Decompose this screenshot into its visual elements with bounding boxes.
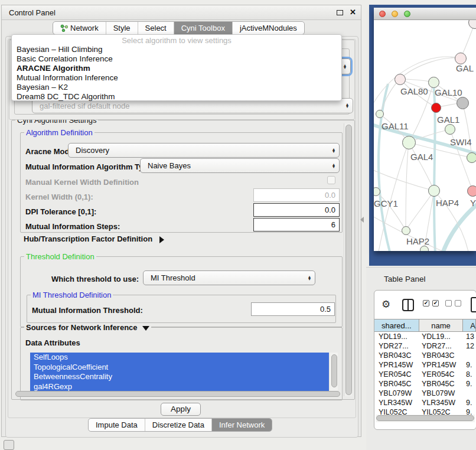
- tab-jactivemnodules[interactable]: jActiveMNodules: [232, 22, 304, 34]
- table-cell: YBR043C: [374, 351, 420, 360]
- threshold-definition-title: Threshold Definition: [24, 252, 96, 261]
- graph-node[interactable]: [374, 187, 380, 196]
- column-header-shared-name[interactable]: shared...: [374, 319, 419, 331]
- table-row[interactable]: YBR043CYBR043C: [374, 351, 476, 360]
- dropdown-item-mutual-information[interactable]: Mutual Information Inference: [12, 73, 341, 83]
- apply-button[interactable]: Apply: [161, 403, 201, 416]
- graph-node[interactable]: [457, 97, 469, 109]
- mi-type-combobox[interactable]: Naive Bayes ▴▾: [140, 158, 340, 173]
- table-row[interactable]: YER054CYER054C8.: [374, 370, 476, 379]
- minimize-traffic-light-icon[interactable]: [392, 11, 398, 17]
- network-source-value: gal-filtered sif default node: [40, 102, 129, 110]
- graph-node[interactable]: [376, 110, 384, 118]
- dropdown-item-dream8[interactable]: Dream8 DC_TDC Algorithm: [12, 92, 341, 102]
- hub-definition-expander[interactable]: Hub/Transcription Factor Definition: [24, 234, 164, 243]
- tab-select[interactable]: Select: [138, 22, 174, 34]
- zoom-traffic-light-icon[interactable]: [404, 11, 410, 17]
- tab-network[interactable]: Network: [53, 22, 106, 34]
- dropdown-item-bayesian-k2[interactable]: Bayesian – K2: [12, 83, 341, 92]
- table-row[interactable]: YPR145WYPR145W9.: [374, 360, 476, 370]
- graph-node[interactable]: [402, 136, 416, 149]
- tab-cyni-toolbox[interactable]: Cyni Toolbox: [174, 22, 232, 34]
- tab-infer-network[interactable]: Infer Network: [211, 419, 272, 431]
- float-window-icon[interactable]: [337, 10, 343, 15]
- table-cell: YBL079W: [374, 389, 420, 398]
- dropdown-item-aracne[interactable]: ARACNE Algorithm: [12, 64, 341, 73]
- mi-steps-field[interactable]: 6: [253, 218, 340, 231]
- table-cell: 8.: [465, 370, 472, 379]
- attributes-list-scrollbar[interactable]: [330, 353, 338, 392]
- network-view-frame: GALGAL80GAL10GAL11GAL1SWI4GAL4GCY1HAP4YH…: [369, 5, 476, 266]
- scrollbar-thumb[interactable]: [345, 125, 352, 395]
- which-threshold-combobox[interactable]: MI Threshold ▴▾: [143, 270, 315, 285]
- column-header-name[interactable]: name: [419, 319, 464, 331]
- graph-node[interactable]: [431, 103, 441, 113]
- algorithm-definition-title: Algorithm Definition: [24, 128, 94, 137]
- table-row[interactable]: YLR345WYLR345W9.: [374, 398, 476, 407]
- table-horizontal-scrollbar[interactable]: [376, 415, 475, 422]
- algorithm-dropdown-popup: Select algorithm to view settings Bayesi…: [11, 34, 342, 101]
- columns-icon[interactable]: [402, 299, 414, 311]
- table-panel: Table Panel ⚙ ✔ ✔ shared... name A YDL19…: [366, 267, 476, 450]
- close-traffic-light-icon[interactable]: [379, 11, 386, 17]
- control-panel-titlebar: Control Panel ✕: [2, 5, 361, 20]
- graph-node[interactable]: [455, 53, 467, 64]
- graph-node-label: Y: [470, 198, 476, 208]
- unchecked-checkbox-icon[interactable]: [455, 300, 461, 306]
- graph-node[interactable]: [467, 152, 476, 163]
- graph-node[interactable]: [395, 74, 406, 85]
- table-cell: YBL079W: [420, 389, 465, 398]
- tab-discretize-data[interactable]: Discretize Data: [145, 419, 211, 431]
- dpi-tolerance-field[interactable]: 0.0: [253, 203, 340, 217]
- data-attributes-list[interactable]: SelfLoops TopologicalCoefficient Between…: [30, 353, 329, 392]
- settings-vertical-scrollbar[interactable]: [344, 123, 353, 396]
- gear-icon[interactable]: ⚙: [382, 298, 390, 310]
- table-icon[interactable]: [471, 297, 476, 312]
- dropdown-item-bayesian-hill-climbing[interactable]: Bayesian – Hill Climbing: [12, 45, 341, 54]
- graph-node-label: HAP4: [436, 198, 459, 208]
- tab-impute-data[interactable]: Impute Data: [89, 419, 145, 431]
- close-icon[interactable]: ✕: [350, 8, 356, 17]
- table-cell: YBR045C: [374, 379, 420, 389]
- graph-node[interactable]: [428, 77, 439, 88]
- list-item-topologicalcoefficient[interactable]: TopologicalCoefficient: [30, 363, 329, 373]
- table-row[interactable]: YDL19...YDL19...13: [374, 332, 476, 341]
- graph-node[interactable]: [428, 185, 440, 197]
- table-cell: YDR27...: [374, 341, 420, 351]
- checked-checkbox-icon[interactable]: ✔: [432, 300, 439, 306]
- graph-node[interactable]: [467, 185, 476, 197]
- unchecked-checkbox-icon[interactable]: [445, 300, 452, 306]
- which-threshold-value: MI Threshold: [151, 273, 195, 282]
- list-item-betweennesscentrality[interactable]: BetweennessCentrality: [30, 372, 329, 382]
- splitter-collapse-icon[interactable]: [360, 217, 364, 223]
- table-cell: YER054C: [374, 370, 420, 379]
- table-row[interactable]: YDR27...YDR27...12: [374, 341, 476, 351]
- aracne-mode-combobox[interactable]: Discovery ▴▾: [68, 143, 340, 158]
- network-canvas[interactable]: GALGAL80GAL10GAL11GAL1SWI4GAL4GCY1HAP4YH…: [374, 20, 476, 251]
- manual-kernel-checkbox[interactable]: [327, 176, 335, 184]
- checked-checkbox-icon[interactable]: ✔: [423, 300, 429, 306]
- settings-horizontal-scrollbar[interactable]: [14, 390, 341, 398]
- column-header-partial[interactable]: A: [463, 319, 476, 331]
- graph-node[interactable]: [445, 124, 455, 135]
- combobox-arrows-icon: ▴▾: [308, 276, 311, 281]
- list-item-selfloops[interactable]: SelfLoops: [30, 353, 329, 363]
- scrollbar-thumb[interactable]: [15, 391, 340, 397]
- docked-panel-icon[interactable]: [4, 440, 14, 450]
- tab-style[interactable]: Style: [106, 22, 138, 34]
- graph-node[interactable]: [402, 226, 410, 235]
- graph-node[interactable]: [420, 246, 429, 252]
- graph-node-label: GAL: [456, 63, 474, 73]
- table-row[interactable]: YIL052CYIL052C9.: [374, 407, 476, 415]
- network-view-window: GALGAL80GAL10GAL11GAL1SWI4GAL4GCY1HAP4YH…: [374, 8, 476, 251]
- table-row[interactable]: YBR045CYBR045C9.: [374, 379, 476, 389]
- table-cell: 9.: [465, 407, 472, 415]
- mi-threshold-field[interactable]: 0.5: [251, 302, 335, 316]
- scrollbar-thumb[interactable]: [376, 415, 474, 421]
- dropdown-item-basic-correlation[interactable]: Basic Correlation Inference: [12, 54, 341, 64]
- table-row[interactable]: YBL079WYBL079W: [374, 389, 476, 398]
- kernel-width-field[interactable]: 0.0: [253, 188, 340, 202]
- scrollbar-thumb[interactable]: [331, 354, 337, 387]
- table-cell: YER054C: [420, 370, 465, 379]
- collapse-arrow-icon[interactable]: [142, 326, 149, 331]
